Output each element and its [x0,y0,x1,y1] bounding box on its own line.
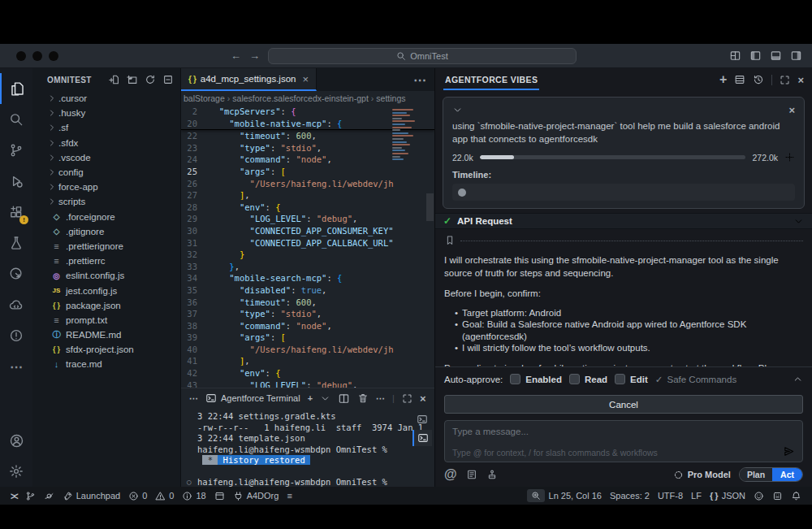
activity-extensions-icon[interactable]: ! [0,197,32,228]
drag-handle-icon[interactable] [784,152,795,163]
tree-item-trace.md[interactable]: ↓trace.md [32,357,180,371]
terminal-more-icon[interactable]: ⋯ [376,393,385,404]
collapse-approve-icon[interactable] [793,374,803,384]
terminal-list-item[interactable] [412,430,432,446]
breadcrumb-item[interactable]: balStorage [184,93,225,103]
code-line-27[interactable]: 27 ], [181,189,434,202]
tree-item-.prettierignore[interactable]: ≡.prettierignore [32,239,180,254]
status-UTF-8[interactable]: UTF-8 [654,487,687,505]
tree-item-prompt.txt[interactable]: ≡prompt.txt [32,313,180,327]
code-line-39[interactable]: 39 "args": [ [181,332,434,344]
tree-item-.vscode[interactable]: .vscode [32,150,180,165]
send-icon[interactable] [783,445,795,457]
tree-item-sfdx-project.json[interactable]: { }sfdx-project.json [32,342,180,357]
at-icon[interactable]: @ [444,467,457,482]
status-feedback-icon[interactable] [749,487,768,505]
status-error-icon[interactable]: 0 [124,487,151,505]
checkbox-edit[interactable] [615,374,625,384]
status-plug-icon[interactable]: A4DOrg [229,487,283,505]
tree-item-.prettierrc[interactable]: ≡.prettierrc [32,254,180,268]
code-line-31[interactable]: 31 "CONNECTED_APP_CALLBACK_URL" [181,237,434,249]
safe-commands[interactable]: ✓ Safe Commands [655,374,736,385]
tree-item-.cursor[interactable]: .cursor [32,91,180,106]
tree-item-scripts[interactable]: scripts [32,194,180,209]
panel-right-icon[interactable] [790,50,802,62]
code-line-34[interactable]: 34 "mobile-search-mcp": { [181,272,434,284]
tab-close-icon[interactable]: × [302,73,309,85]
activity-more-icon[interactable]: ⋯ [0,351,32,382]
refresh-icon[interactable] [145,74,156,85]
code-line-26[interactable]: 26 "/Users/haifeng.li/webdev/jh [181,178,434,190]
panel-left-icon[interactable] [749,50,762,62]
checkbox-enabled[interactable] [510,374,520,384]
tree-item-.forceignore[interactable]: ◇.forceignore [32,210,180,224]
command-center-search[interactable]: OmniTest [268,48,577,64]
section-chevron-icon[interactable] [793,216,804,227]
cancel-button[interactable]: Cancel [444,395,803,414]
collapse-all-icon[interactable] [162,74,174,85]
tree-item-jest.config.js[interactable]: JSjest.config.js [32,283,180,297]
status-rocket-icon[interactable]: Launchpad [58,487,124,505]
expand-icon[interactable] [780,75,790,85]
activity-settings-icon[interactable] [0,456,32,487]
close-panel-icon[interactable]: × [420,392,426,405]
activity-agentforce-cloud-icon[interactable] [0,289,32,320]
panel-bottom-icon[interactable] [770,50,782,62]
code-line-30[interactable]: 30 "CONNECTED_APP_CONSUMER_KEY" [181,225,434,237]
activity-explorer-icon[interactable] [0,73,32,104]
tree-item-.husky[interactable]: .husky [32,106,180,120]
kill-terminal-icon[interactable] [357,392,369,404]
terminal-dropdown-icon[interactable] [320,393,330,404]
status-Spaces: 2[interactable]: Spaces: 2 [606,487,654,505]
tree-item-.sf[interactable]: .sf [32,120,180,135]
minimap[interactable] [392,109,423,162]
status-LF[interactable]: LF [687,487,706,505]
close-card-icon[interactable]: × [788,104,795,116]
tree-item-eslint.config.js[interactable]: ◎eslint.config.js [32,268,180,283]
message-input[interactable]: Type a message... Type @ for context, / … [444,420,803,462]
code-line-35[interactable]: 35 "disabled": true, [181,284,434,297]
close-panel-icon[interactable]: × [797,74,804,86]
code-editor[interactable]: 2 "mcpServers": {20 "mobile-native-mcp":… [181,106,434,388]
code-line-29[interactable]: 29 "LOG_LEVEL": "debug", [181,213,434,225]
activity-search-icon[interactable] [0,104,32,135]
nav-back-icon[interactable]: ← [231,50,241,62]
code-line-36[interactable]: 36 "timeout": 600, [181,297,434,309]
new-folder-icon[interactable] [127,74,138,85]
server-stack-icon[interactable] [734,74,745,85]
tree-item-.gitignore[interactable]: ◇.gitignore [32,224,180,239]
activity-run-debug-icon[interactable] [0,166,32,197]
code-line-37[interactable]: 37 "type": "stdio", [181,308,434,320]
history-icon[interactable] [753,74,764,85]
activity-account-icon[interactable] [0,425,32,456]
breadcrumb-item[interactable]: salesforce.salesforcedx-einstein-gpt [232,93,369,103]
layout-grid-icon[interactable] [729,50,741,62]
code-line-32[interactable]: 32 } [181,249,434,261]
act-button[interactable]: Act [772,468,802,481]
timeline-dot[interactable] [458,189,466,197]
command-decoration[interactable]: ○ [187,477,191,488]
activity-issues-icon[interactable] [0,320,32,351]
tab-a4d-mcp-settings[interactable]: { } a4d_mcp_settings.json × [181,68,317,91]
status-vibes-ext-icon[interactable] [768,487,787,505]
activity-source-control-icon[interactable] [0,135,32,166]
new-terminal-icon[interactable]: + [308,393,313,403]
code-line-42[interactable]: 42 "env": { [181,367,434,379]
status-branch-icon[interactable] [21,487,40,505]
lightbulb-icon[interactable] [223,167,232,176]
code-line-33[interactable]: 33 }, [181,261,434,273]
pro-model-selector[interactable]: Pro Model [673,470,731,480]
terminal-output[interactable]: 3 22:44 settings.gradle.kts-rw-r--r-- 1 … [181,408,434,488]
status-warning-icon[interactable]: 0 [151,487,178,505]
code-line-40[interactable]: 40 "/Users/haifeng.li/webdev/jh [181,344,434,356]
collapse-card-icon[interactable] [452,104,463,116]
tree-item-package.json[interactable]: { }package.json [32,298,180,313]
plan-button[interactable]: Plan [740,468,772,481]
nav-forward-icon[interactable]: → [249,50,260,62]
status-info-icon[interactable]: 18 [178,487,209,505]
editor-scrollbar[interactable] [426,193,434,221]
plus-icon[interactable]: + [719,72,727,87]
tree-item-README.md[interactable]: ⓘREADME.md [32,327,180,342]
breadcrumb[interactable]: balStorage›salesforce.salesforcedx-einst… [181,91,434,106]
status-menu-icon[interactable]: ≡ [283,487,296,505]
